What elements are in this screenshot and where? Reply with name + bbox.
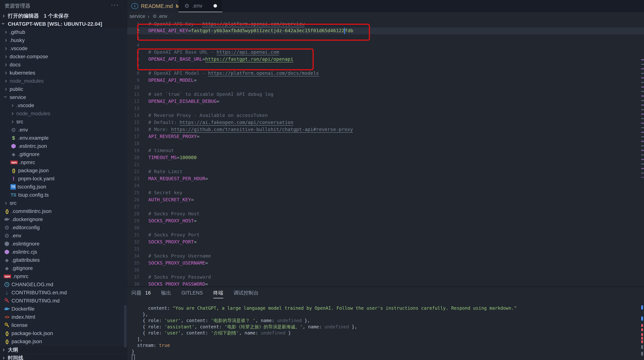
breadcrumb-file[interactable]: .env — [158, 13, 168, 19]
code-lines: 1# OpenAI API Key - https://platform.ope… — [127, 20, 644, 287]
tree-item-pnpm-lock.yaml[interactable]: !pnpm-lock.yaml — [0, 175, 127, 183]
info-icon: i — [131, 3, 138, 9]
tree-item-label: .husky — [10, 37, 25, 43]
tree-item-.env[interactable]: ⚙.env — [0, 232, 127, 240]
tree-item-.dockerignore[interactable]: .dockerignore — [0, 215, 127, 224]
tree-item-docker-compose[interactable]: ›docker-compose — [0, 52, 127, 61]
tree-item-.eslintrc.cjs[interactable]: .eslintrc.cjs — [0, 248, 127, 256]
line-number: 32 — [127, 239, 140, 245]
code-line-8: 8# OpenAI API Model - https://platform.o… — [127, 69, 644, 77]
line-number: 7 — [127, 63, 140, 69]
tree-item-.gitignore[interactable]: ◆.gitignore — [0, 150, 127, 158]
tree-item-package.json[interactable]: {}package.json — [0, 166, 127, 175]
panel-tab-输出[interactable]: 输出 — [161, 287, 171, 299]
tree-item-.npmrc[interactable]: npm.npmrc — [0, 272, 127, 281]
tree-item-label: .editorconfig — [12, 225, 40, 231]
tree-item-Dockerfile[interactable]: Dockerfile — [0, 305, 127, 313]
tree-item-docs[interactable]: ›docs — [0, 61, 127, 69]
gear-icon: ⚙ — [184, 3, 190, 9]
tree-item-CHANGELOG.md[interactable]: CHANGELOG.md — [0, 281, 127, 289]
tree-item-label: service — [10, 94, 26, 100]
code-text: # Socks Proxy Password — [148, 274, 211, 280]
minimap[interactable] — [641, 59, 644, 178]
breadcrumb-folder[interactable]: service — [130, 13, 145, 19]
code-line-28: 28# Socks Proxy Host — [127, 210, 644, 217]
tree-item-src[interactable]: ›src — [0, 199, 127, 207]
chevron-right-icon: › — [10, 103, 15, 107]
terminal-line: }, — [127, 311, 644, 318]
tree-item-.env.example[interactable]: $.env.example — [0, 134, 127, 142]
section-open-editors[interactable]: › 打开的编辑器 1 个未保存 — [0, 12, 127, 20]
tab-readme-md[interactable]: iREADME.mdM — [127, 0, 178, 12]
eslint-purple-icon — [10, 143, 17, 149]
code-line-37: 37# Socks Proxy Password — [127, 273, 644, 281]
tree-item-.gitattributes[interactable]: ◆.gitattributes — [0, 256, 127, 264]
tree-item-.vscode[interactable]: ›.vscode — [0, 101, 127, 109]
tree-item-label: .dockerignore — [12, 216, 43, 222]
line-number: 19 — [127, 148, 140, 153]
tree-item-.eslintrc.json[interactable]: .eslintrc.json — [0, 142, 127, 150]
tree-item-index.html[interactable]: <>index.html — [0, 313, 127, 321]
tab-env[interactable]: ⚙.env — [178, 0, 222, 12]
tree-item-public[interactable]: ›public — [0, 85, 127, 93]
tree-item-package.json[interactable]: {}package.json — [0, 338, 127, 346]
tree-item-node_modules[interactable]: ›node_modules — [0, 109, 127, 118]
tree-item-.eslintignore[interactable]: .eslintignore — [0, 240, 127, 248]
tree-item-.husky[interactable]: ›.husky — [0, 36, 127, 44]
tree-item-label: public — [10, 86, 23, 92]
tree-item-label: index.html — [12, 314, 35, 320]
tree-item-kubernetes[interactable]: ›kubernetes — [0, 69, 127, 77]
terminal-line: } — [127, 349, 644, 355]
line-number: 22 — [127, 169, 140, 174]
tree-item-.github[interactable]: ›.github — [0, 28, 127, 36]
tree-item-CONTRIBUTING.md[interactable]: CONTRIBUTING.md — [0, 297, 127, 305]
code-editor[interactable]: 1# OpenAI API Key - https://platform.ope… — [127, 20, 644, 287]
code-text: SOCKS_PROXY_HOST= — [148, 218, 197, 224]
panel-tab-GITLENS[interactable]: GITLENS — [182, 287, 203, 299]
tree-item-.env[interactable]: ⚙.env — [0, 126, 127, 134]
tree-item-tsconfig.json[interactable]: TStsconfig.json — [0, 183, 127, 191]
line-number: 23 — [127, 176, 140, 181]
code-line-34: 34# Socks Proxy Username — [127, 252, 644, 259]
terminal-line: { role: 'user', content: '电影的导演是谁？ ', na… — [127, 318, 644, 324]
more-actions-icon[interactable]: ··· — [111, 1, 119, 8]
terminal-line: { role: 'user', content: '介绍下剧情', name: … — [127, 330, 644, 336]
code-line-30: 30 — [127, 224, 644, 231]
tree-item-label: .eslintrc.cjs — [12, 249, 37, 255]
panel-tab-终端[interactable]: 终端 — [213, 287, 223, 299]
chevron-right-icon: › — [2, 13, 6, 17]
tree-item-CONTRIBUTING.en.md[interactable]: ↓CONTRIBUTING.en.md — [0, 289, 127, 297]
tree-item-node_modules[interactable]: ›node_modules — [0, 77, 127, 85]
terminal[interactable]: content: "You are ChatGPT, a large langu… — [127, 299, 644, 360]
tree-item-label: .npmrc — [12, 273, 28, 279]
unsaved-dot-icon[interactable] — [214, 4, 217, 7]
code-text: # More: https://github.com/transitive-bu… — [148, 126, 353, 132]
panel-tab-调试控制台[interactable]: 调试控制台 — [234, 287, 259, 299]
terminal-scroll-mark — [641, 341, 643, 343]
tree-item-.gitignore[interactable]: ◆.gitignore — [0, 264, 127, 272]
section-outline[interactable]: › 大纲 — [0, 346, 127, 354]
code-line-25: 25# Secret key — [127, 189, 644, 196]
tree-item-src[interactable]: ›src — [0, 118, 127, 126]
tree-item-.npmrc[interactable]: npm.npmrc — [0, 158, 127, 166]
section-timeline[interactable]: › 时间线 — [0, 354, 127, 360]
tree-item-label: license — [12, 322, 28, 328]
tab-label: README.md — [141, 3, 173, 9]
tree-item-.commitlintrc.json[interactable]: {}.commitlintrc.json — [0, 207, 127, 215]
tree-item-service[interactable]: ›service — [0, 93, 127, 101]
tree-item-tsup.config.ts[interactable]: TStsup.config.ts — [0, 191, 127, 199]
tree-item-label: pnpm-lock.yaml — [18, 176, 54, 182]
sidebar-scrollbar[interactable] — [124, 305, 127, 348]
panel-tab-问题[interactable]: 问题16 — [132, 287, 151, 299]
code-text: # OpenAI API Base URL - https://api.open… — [148, 49, 279, 55]
tree-item-label: node_modules — [10, 78, 44, 84]
code-line-16: 16# More: https://github.com/transitive-… — [127, 126, 644, 133]
tree-item-.editorconfig[interactable]: ⚙.editorconfig — [0, 224, 127, 232]
panel-tab-label: GITLENS — [182, 290, 203, 296]
code-line-1: 1# OpenAI API Key - https://platform.ope… — [127, 20, 644, 27]
section-project-root[interactable]: › CHATGPT-WEB [WSL: UBUNTU-22.04] — [0, 20, 127, 28]
line-number: 28 — [127, 211, 140, 216]
tree-item-package-lock.json[interactable]: {}package-lock.json — [0, 329, 127, 338]
tree-item-license[interactable]: license — [0, 321, 127, 329]
tree-item-.vscode[interactable]: ›.vscode — [0, 44, 127, 52]
